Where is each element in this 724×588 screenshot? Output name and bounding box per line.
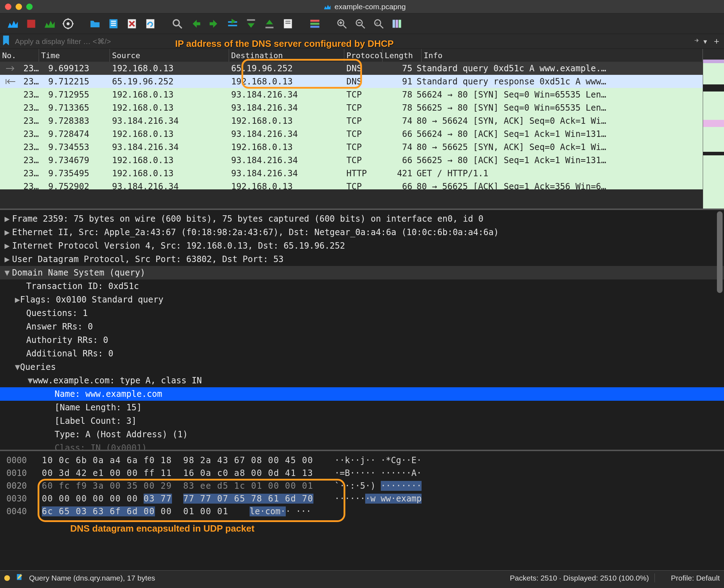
- go-to-packet-button[interactable]: [224, 15, 241, 32]
- display-filter-bar: ▾ +: [0, 34, 724, 49]
- svg-rect-37: [399, 20, 401, 28]
- packet-row[interactable]: 23…9.699123192.168.0.1365.19.96.252DNS75…: [0, 62, 703, 75]
- packet-bytes-pane[interactable]: DNS datagram encapsulted in UDP packet 0…: [0, 450, 724, 570]
- auto-scroll-button[interactable]: [279, 15, 296, 32]
- zoom-out-button[interactable]: [352, 15, 369, 32]
- wireshark-icon: [323, 3, 331, 11]
- reload-file-button[interactable]: [142, 15, 159, 32]
- detail-class[interactable]: Class: IN (0x0001): [12, 441, 147, 450]
- restart-capture-button[interactable]: [41, 15, 58, 32]
- svg-point-2: [67, 22, 70, 25]
- close-window-button[interactable]: [5, 4, 11, 10]
- svg-rect-16: [228, 24, 237, 26]
- detail-frame[interactable]: Frame 2359: 75 bytes on wire (600 bits),…: [12, 212, 483, 226]
- packet-row[interactable]: 23…9.72838393.184.216.34192.168.0.13TCP7…: [0, 114, 703, 127]
- svg-rect-23: [310, 23, 319, 25]
- col-info: Info: [422, 49, 703, 62]
- packet-row[interactable]: 23…9.735495192.168.0.1393.184.216.34HTTP…: [0, 167, 703, 180]
- detail-answer[interactable]: Answer RRs: 0: [12, 320, 93, 333]
- window-titlebar: example-com.pcapng: [0, 0, 724, 13]
- add-filter-button[interactable]: +: [711, 36, 722, 47]
- minimize-window-button[interactable]: [16, 4, 22, 10]
- detail-queryline[interactable]: www.example.com: type A, class IN: [33, 374, 202, 387]
- svg-rect-22: [310, 20, 319, 22]
- hex-row[interactable]: 000010 0c 6b 0a a4 6a f0 18 98 2a 43 67 …: [6, 454, 720, 467]
- svg-line-33: [380, 25, 383, 28]
- packet-minimap[interactable]: [703, 49, 724, 209]
- svg-rect-36: [396, 20, 398, 28]
- detail-dns[interactable]: Domain Name System (query): [12, 266, 145, 279]
- packet-row[interactable]: 23…9.73455393.184.216.34192.168.0.13TCP7…: [0, 140, 703, 154]
- detail-ip[interactable]: Internet Protocol Version 4, Src: 192.16…: [12, 239, 345, 253]
- filter-dropdown-icon[interactable]: ▾: [703, 37, 707, 46]
- col-time: Time: [39, 49, 110, 62]
- svg-rect-10: [111, 24, 116, 26]
- svg-point-13: [173, 20, 179, 26]
- status-packets: Packets: 2510 · Displayed: 2510 (100.0%): [510, 574, 649, 582]
- svg-rect-8: [111, 21, 116, 22]
- go-first-packet-button[interactable]: [243, 15, 260, 32]
- zoom-reset-button[interactable]: =: [370, 15, 387, 32]
- find-packet-button[interactable]: [169, 15, 186, 32]
- hex-row[interactable]: 003000 00 00 00 00 00 03 77 77 77 07 65 …: [6, 492, 720, 505]
- packet-list-header[interactable]: No. Time Source Destination Protocol Len…: [0, 49, 703, 62]
- resize-columns-button[interactable]: [389, 15, 406, 32]
- save-file-button[interactable]: [105, 15, 122, 32]
- svg-rect-18: [266, 27, 274, 28]
- svg-rect-20: [285, 21, 290, 22]
- go-forward-button[interactable]: [206, 15, 223, 32]
- svg-rect-0: [27, 20, 35, 28]
- svg-rect-9: [111, 23, 116, 24]
- start-capture-button[interactable]: [4, 15, 21, 32]
- detail-eth[interactable]: Ethernet II, Src: Apple_2a:43:67 (f0:18:…: [12, 226, 499, 239]
- hex-row[interactable]: 002060 fc f9 3a 00 35 00 29 83 ee d5 1c …: [6, 479, 720, 492]
- packet-row[interactable]: 23…9.71221565.19.96.252192.168.0.13DNS91…: [0, 75, 703, 88]
- close-file-button[interactable]: [123, 15, 140, 32]
- detail-udp[interactable]: User Datagram Protocol, Src Port: 63802,…: [12, 253, 284, 266]
- main-toolbar: =: [0, 13, 724, 34]
- details-scrollbar[interactable]: [716, 211, 723, 448]
- zoom-in-button[interactable]: [333, 15, 350, 32]
- detail-namelen[interactable]: [Name Length: 15]: [12, 401, 142, 414]
- detail-labelcount[interactable]: [Label Count: 3]: [12, 414, 137, 428]
- svg-line-30: [362, 25, 365, 28]
- col-destination: Destination: [229, 49, 344, 62]
- col-source: Source: [110, 49, 229, 62]
- filter-apply-icon[interactable]: [694, 37, 700, 45]
- filter-bookmark-icon[interactable]: [2, 35, 10, 47]
- status-bar: Query Name (dns.qry.name), 17 bytes Pack…: [0, 570, 724, 585]
- detail-queries[interactable]: Queries: [20, 360, 56, 374]
- notepad-icon[interactable]: [16, 573, 23, 583]
- detail-questions[interactable]: Questions: 1: [12, 306, 88, 320]
- hex-row[interactable]: 00406c 65 03 63 6f 6d 00 00 01 00 01le·c…: [6, 505, 720, 518]
- hex-row[interactable]: 001000 3d 42 e1 00 00 ff 11 16 0a c0 a8 …: [6, 467, 720, 479]
- detail-authority[interactable]: Authority RRs: 0: [12, 333, 108, 347]
- expert-info-icon[interactable]: [4, 575, 10, 581]
- go-back-button[interactable]: [187, 15, 204, 32]
- maximize-window-button[interactable]: [26, 4, 33, 10]
- capture-options-button[interactable]: [60, 15, 77, 32]
- col-protocol: Protocol: [344, 49, 383, 62]
- detail-txid[interactable]: Transaction ID: 0xd51c: [12, 279, 139, 293]
- status-profile[interactable]: Profile: Default: [671, 574, 720, 582]
- go-last-packet-button[interactable]: [261, 15, 278, 32]
- svg-rect-21: [285, 23, 290, 24]
- packet-list[interactable]: 23…9.699123192.168.0.1365.19.96.252DNS75…: [0, 62, 703, 189]
- packet-row[interactable]: 23…9.734679192.168.0.1393.184.216.34TCP6…: [0, 154, 703, 167]
- packet-row[interactable]: 23…9.728474192.168.0.1393.184.216.34TCP6…: [0, 127, 703, 140]
- packet-row[interactable]: 23…9.75290293.184.216.34192.168.0.13TCP6…: [0, 180, 703, 189]
- detail-flags[interactable]: Flags: 0x0100 Standard query: [20, 293, 163, 306]
- stop-capture-button[interactable]: [23, 15, 40, 32]
- packet-row[interactable]: 23…9.713365192.168.0.1393.184.216.34TCP7…: [0, 101, 703, 114]
- detail-type[interactable]: Type: A (Host Address) (1): [12, 428, 188, 441]
- svg-rect-24: [310, 26, 319, 28]
- detail-name[interactable]: Name: www.example.com: [12, 387, 162, 401]
- status-field: Query Name (dns.qry.name), 17 bytes: [29, 574, 155, 582]
- annotation-label-hex: DNS datagram encapsulted in UDP packet: [70, 522, 255, 535]
- open-file-button[interactable]: [87, 15, 104, 32]
- packet-row[interactable]: 23…9.712955192.168.0.1393.184.216.34TCP7…: [0, 88, 703, 101]
- display-filter-input[interactable]: [12, 36, 691, 47]
- colorize-button[interactable]: [306, 15, 323, 32]
- packet-details-pane[interactable]: ▶Frame 2359: 75 bytes on wire (600 bits)…: [0, 209, 724, 450]
- detail-additional[interactable]: Additional RRs: 0: [12, 347, 113, 360]
